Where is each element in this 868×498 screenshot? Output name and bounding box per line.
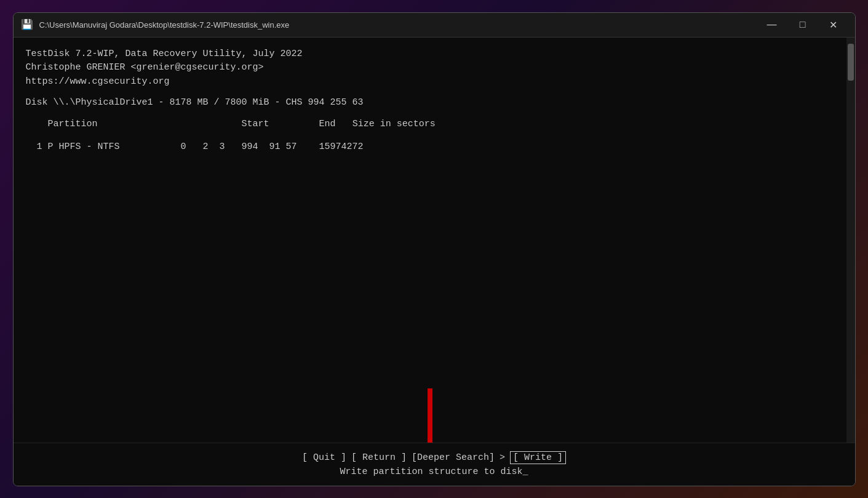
minimize-button[interactable]: —	[758, 15, 786, 34]
scrollbar[interactable]	[846, 38, 855, 443]
col-partition: Partition	[48, 119, 98, 129]
write-button[interactable]: [ Write ]	[510, 451, 566, 464]
main-window: 💾 C:\Users\Manuviraj Godara\Desktop\test…	[13, 12, 856, 486]
line-app-name: TestDisk 7.2-WIP, Data Recovery Utility,…	[26, 47, 834, 62]
return-button[interactable]: [ Return ]	[351, 452, 407, 463]
menu-items-row: [ Quit ] [ Return ] [Deeper Search] >[ W…	[302, 451, 566, 464]
maximize-button[interactable]: □	[789, 15, 817, 34]
window-title: C:\Users\Manuviraj Godara\Desktop\testdi…	[39, 20, 758, 30]
status-line: Write partition structure to disk_	[340, 467, 528, 477]
arrow-shaft	[428, 388, 432, 443]
col-size: Size in sectors	[352, 119, 436, 129]
scrollbar-thumb[interactable]	[848, 44, 854, 81]
app-icon: 💾	[21, 18, 33, 31]
quit-button[interactable]: [ Quit ]	[302, 452, 346, 463]
close-button[interactable]: ✕	[819, 15, 848, 34]
line-url: https://www.cgsecurity.org	[26, 75, 834, 89]
window-controls: — □ ✕	[758, 15, 848, 34]
line-author: Christophe GRENIER <grenier@cgsecurity.o…	[26, 61, 834, 75]
content-area: TestDisk 7.2-WIP, Data Recovery Utility,…	[14, 38, 855, 443]
titlebar: 💾 C:\Users\Manuviraj Godara\Desktop\test…	[14, 13, 855, 38]
partition-row-1: 1 P HPFS - NTFS 0 2 3 994 91 57 15974272	[26, 139, 834, 155]
partition-header: Partition Start End Size in sectors	[26, 118, 834, 132]
deeper-search-button[interactable]: [Deeper Search]	[412, 452, 495, 463]
terminal-output: TestDisk 7.2-WIP, Data Recovery Utility,…	[14, 38, 846, 443]
col-end: End	[319, 119, 336, 129]
col-start: Start	[242, 119, 269, 129]
line-disk-info: Disk \\.\PhysicalDrive1 - 8178 MB / 7800…	[26, 96, 834, 110]
bottom-menu-bar: [ Quit ] [ Return ] [Deeper Search] >[ W…	[14, 443, 855, 486]
write-prefix: >	[500, 452, 505, 463]
arrow-annotation	[419, 388, 441, 443]
